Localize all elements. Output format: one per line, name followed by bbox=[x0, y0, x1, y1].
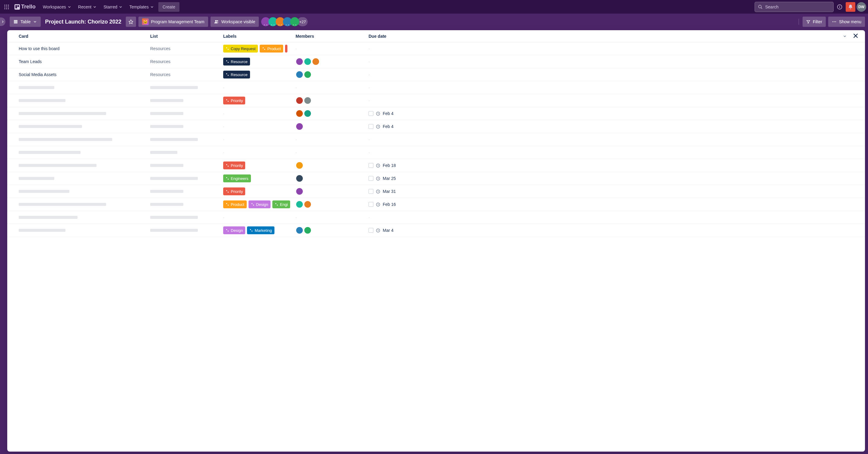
label-resource[interactable]: Resource bbox=[223, 70, 250, 79]
label-engi_trunc[interactable]: Engi bbox=[272, 200, 290, 208]
label-resource[interactable]: Resource bbox=[223, 58, 250, 65]
member-avatar[interactable] bbox=[296, 96, 303, 105]
board-members[interactable]: ⌃⌃⌃⌃⌃⌃⌃⌃⌃⌃+27 bbox=[261, 17, 308, 26]
table-row[interactable]: How to use this boardResources Copy Requ… bbox=[7, 42, 865, 55]
member-avatar[interactable] bbox=[296, 110, 303, 117]
label-product[interactable]: Product bbox=[223, 200, 247, 208]
close-icon[interactable] bbox=[852, 32, 859, 40]
label-engineers[interactable]: Engineers bbox=[223, 174, 251, 182]
member-avatar[interactable] bbox=[296, 58, 303, 65]
team-button[interactable]: 🐱 Program Management Team bbox=[138, 17, 208, 27]
view-switcher[interactable]: Table bbox=[10, 17, 41, 27]
label-product[interactable]: Product bbox=[260, 45, 283, 53]
due-date-text: Mar 4 bbox=[383, 228, 394, 233]
table-row[interactable]: Team LeadsResources Resource· bbox=[7, 55, 865, 68]
cell-list bbox=[150, 177, 223, 180]
svg-rect-36 bbox=[226, 190, 229, 193]
nav-menu-recent[interactable]: Recent bbox=[75, 2, 100, 12]
member-avatar[interactable] bbox=[304, 200, 312, 208]
table-row[interactable]: PriorityFeb 18 bbox=[7, 159, 865, 172]
member-avatar[interactable] bbox=[304, 110, 312, 117]
user-avatar[interactable]: DW bbox=[857, 2, 866, 12]
label-priority[interactable]: Priority bbox=[223, 162, 245, 169]
cell-due: · bbox=[369, 72, 859, 77]
svg-rect-28 bbox=[226, 73, 229, 76]
label-priority[interactable]: Priority bbox=[223, 96, 245, 105]
member-avatar[interactable] bbox=[304, 70, 312, 79]
cell-members: · bbox=[296, 137, 369, 142]
people-icon bbox=[214, 19, 219, 24]
due-checkbox[interactable] bbox=[369, 202, 373, 207]
header-card[interactable]: Card bbox=[13, 34, 150, 39]
cell-card: Social Media Assets bbox=[13, 72, 150, 77]
table-row[interactable]: PriorityMar 31 bbox=[7, 185, 865, 198]
label-priority[interactable]: Priority bbox=[223, 188, 245, 195]
due-date-text: Feb 18 bbox=[383, 163, 396, 168]
due-checkbox[interactable] bbox=[369, 176, 373, 181]
header-members[interactable]: Members bbox=[296, 34, 369, 39]
header-due[interactable]: Due date bbox=[369, 34, 859, 39]
label-design[interactable]: Design bbox=[249, 200, 271, 208]
cell-due: Feb 18 bbox=[369, 163, 859, 168]
info-icon[interactable] bbox=[835, 2, 844, 12]
due-checkbox[interactable] bbox=[369, 189, 373, 194]
search-input[interactable] bbox=[765, 4, 830, 9]
filter-button[interactable]: Filter bbox=[803, 17, 826, 27]
due-checkbox[interactable] bbox=[369, 111, 373, 116]
nav-menu-workspaces[interactable]: Workspaces bbox=[40, 2, 74, 12]
search-box[interactable] bbox=[754, 2, 834, 12]
table-row[interactable]: Priority· bbox=[7, 94, 865, 107]
skeleton bbox=[19, 99, 65, 102]
board-title[interactable]: Project Launch: Chorizo 2022 bbox=[43, 19, 123, 25]
member-avatar[interactable] bbox=[296, 174, 303, 182]
member-avatar[interactable] bbox=[304, 226, 312, 234]
label-design[interactable]: Design bbox=[223, 226, 245, 234]
due-checkbox[interactable] bbox=[369, 163, 373, 168]
member-avatar[interactable] bbox=[304, 96, 312, 105]
trello-logo[interactable]: Trello bbox=[13, 4, 37, 10]
svg-point-22 bbox=[832, 22, 833, 22]
table-row[interactable]: ··· bbox=[7, 133, 865, 146]
label-truncated[interactable] bbox=[285, 45, 287, 53]
create-button[interactable]: Create bbox=[158, 2, 180, 12]
table-row[interactable]: ··· bbox=[7, 211, 865, 224]
cell-list bbox=[150, 216, 223, 219]
show-menu-button[interactable]: Show menu bbox=[828, 17, 865, 27]
member-avatar[interactable] bbox=[304, 58, 312, 65]
member-avatar[interactable] bbox=[296, 226, 303, 234]
table-row[interactable]: ··· bbox=[7, 146, 865, 159]
label-marketing[interactable]: Marketing bbox=[247, 226, 274, 234]
due-checkbox[interactable] bbox=[369, 228, 373, 233]
table-row[interactable]: Design MarketingMar 4 bbox=[7, 224, 865, 237]
visibility-button[interactable]: Workspace visible bbox=[211, 17, 259, 27]
cell-due: Mar 4 bbox=[369, 228, 859, 233]
label-copy_request[interactable]: Copy Request bbox=[223, 45, 258, 53]
member-avatar[interactable]: ⌃⌃ bbox=[290, 17, 299, 26]
skeleton bbox=[150, 99, 183, 102]
svg-rect-26 bbox=[262, 47, 266, 50]
table-row[interactable]: Product Design EngiFeb 16 bbox=[7, 198, 865, 211]
cell-members bbox=[296, 226, 369, 234]
table-row[interactable]: ·Feb 4 bbox=[7, 120, 865, 133]
member-avatar[interactable] bbox=[296, 188, 303, 195]
apps-icon[interactable] bbox=[2, 2, 11, 12]
chevron-down-icon bbox=[150, 5, 154, 9]
member-avatar[interactable] bbox=[296, 200, 303, 208]
nav-menu-starred[interactable]: Starred bbox=[100, 2, 126, 12]
nav-menu-templates[interactable]: Templates bbox=[126, 2, 157, 12]
table-row[interactable]: ··· bbox=[7, 81, 865, 94]
label-pattern-icon bbox=[226, 190, 229, 193]
table-row[interactable]: EngineersMar 25 bbox=[7, 172, 865, 185]
header-list[interactable]: List bbox=[150, 34, 223, 39]
table-row[interactable]: ·Feb 4 bbox=[7, 107, 865, 120]
table-row[interactable]: Social Media AssetsResources Resource· bbox=[7, 68, 865, 81]
member-avatar[interactable] bbox=[296, 162, 303, 169]
member-avatar[interactable] bbox=[296, 70, 303, 79]
notification-icon[interactable] bbox=[846, 2, 855, 12]
member-avatar[interactable] bbox=[312, 58, 320, 65]
member-avatar[interactable] bbox=[296, 122, 303, 131]
header-labels[interactable]: Labels bbox=[223, 34, 296, 39]
due-checkbox[interactable] bbox=[369, 124, 373, 129]
sidebar-expand-handle[interactable] bbox=[0, 18, 5, 26]
star-button[interactable] bbox=[126, 17, 136, 27]
